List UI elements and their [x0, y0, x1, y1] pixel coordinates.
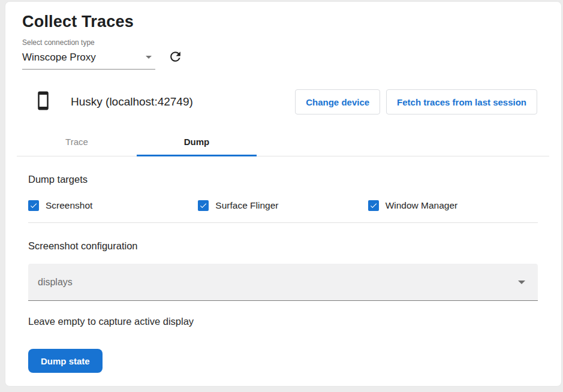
page-title: Collect Traces [22, 13, 544, 31]
connection-type-select[interactable]: Winscope Proxy [22, 49, 155, 70]
tab-trace[interactable]: Trace [17, 127, 137, 156]
checkbox-label: Window Manager [386, 200, 458, 211]
checkbox-checked-icon [368, 200, 379, 211]
checkbox-screenshot[interactable]: Screenshot [28, 200, 198, 211]
refresh-icon [168, 49, 183, 66]
dump-targets-row: Screenshot Surface Flinger Window Manage… [28, 200, 538, 211]
displays-select-value: displays [38, 277, 73, 288]
checkbox-surface-flinger[interactable]: Surface Flinger [198, 200, 368, 211]
device-name: Husky (localhost:42749) [71, 95, 193, 108]
header: Collect Traces Select connection type Wi… [5, 2, 561, 70]
connection-type-value: Winscope Proxy [22, 52, 96, 64]
fetch-traces-button[interactable]: Fetch traces from last session [386, 89, 537, 114]
collect-traces-card: Collect Traces Select connection type Wi… [5, 1, 562, 387]
displays-select[interactable]: displays [28, 264, 538, 301]
chevron-down-icon [518, 281, 525, 284]
checkbox-checked-icon [28, 200, 39, 211]
tab-dump[interactable]: Dump [137, 127, 257, 156]
checkbox-checked-icon [198, 200, 209, 211]
dump-targets-heading: Dump targets [28, 174, 538, 185]
displays-hint: Leave empty to capture active display [28, 316, 538, 327]
dump-tab-content: Dump targets Screenshot Surface Flinger … [5, 174, 561, 373]
dump-state-button[interactable]: Dump state [28, 349, 103, 373]
refresh-connection-button[interactable] [165, 48, 185, 67]
device-row: Husky (localhost:42749) Change device Fe… [34, 89, 537, 114]
section-divider [28, 222, 538, 223]
smartphone-icon [34, 91, 52, 113]
change-device-button[interactable]: Change device [295, 89, 380, 114]
checkbox-label: Surface Flinger [215, 200, 278, 211]
checkbox-window-manager[interactable]: Window Manager [368, 200, 538, 211]
connection-type-label: Select connection type [22, 38, 544, 47]
screenshot-config-heading: Screenshot configuration [28, 240, 538, 252]
chevron-down-icon [146, 56, 152, 59]
checkbox-label: Screenshot [46, 200, 92, 211]
tab-header: Trace Dump [17, 127, 549, 156]
